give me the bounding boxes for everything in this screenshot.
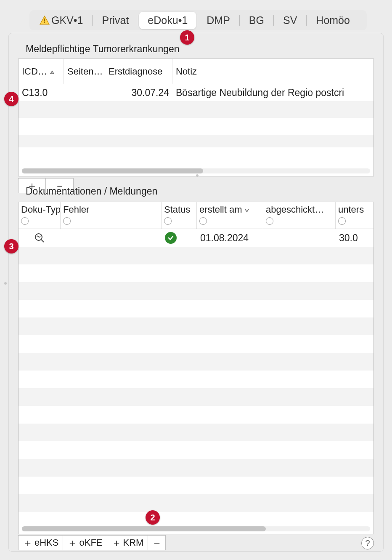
panel: Meldepflichtige Tumorerkrankungen ICD… S… bbox=[8, 33, 384, 552]
table-row[interactable] bbox=[19, 101, 373, 118]
tab-label: BG bbox=[249, 14, 264, 27]
table-row[interactable] bbox=[19, 459, 373, 477]
minus-icon: － bbox=[151, 537, 163, 549]
table-row[interactable] bbox=[19, 371, 373, 388]
help-button[interactable]: ? bbox=[361, 537, 374, 549]
col-fehler[interactable]: Fehler bbox=[61, 202, 162, 229]
col-label: Notiz bbox=[176, 66, 197, 77]
filter-circle-icon[interactable] bbox=[63, 217, 71, 225]
add-ehks-button[interactable]: ＋eHKS bbox=[18, 535, 63, 550]
magnifier-icon bbox=[34, 232, 45, 243]
section-title-tumor: Meldepflichtige Tumorerkrankungen bbox=[26, 43, 180, 55]
status-ok-icon bbox=[165, 232, 177, 244]
horizontal-scrollbar[interactable] bbox=[22, 168, 370, 173]
table-row[interactable] bbox=[19, 118, 373, 135]
col-label: Erstdiagnose bbox=[109, 66, 162, 77]
add-okfe-button[interactable]: ＋oKFE bbox=[63, 535, 107, 550]
tab-homoeo[interactable]: Homöo bbox=[307, 12, 358, 29]
col-seite[interactable]: Seiten… bbox=[64, 59, 105, 84]
tab-bg[interactable]: BG bbox=[241, 12, 273, 29]
table-row[interactable] bbox=[19, 282, 373, 300]
btn-label: KRM bbox=[123, 537, 144, 548]
cell-notiz: Bösartige Neubildung der Regio postcri bbox=[172, 87, 373, 99]
tab-label: eDoku•1 bbox=[148, 14, 188, 27]
tab-dmp[interactable]: DMP bbox=[198, 12, 238, 29]
table-row[interactable] bbox=[19, 335, 373, 353]
btn-label: oKFE bbox=[79, 537, 102, 548]
cell-abgeschickt bbox=[263, 229, 336, 247]
col-label: ICD… bbox=[22, 66, 47, 77]
col-notiz[interactable]: Notiz bbox=[172, 59, 373, 84]
doku-table-header: Doku-Typ Fehler Status erstellt am bbox=[19, 202, 373, 229]
cell-erstdiagnose: 30.07.24 bbox=[105, 87, 172, 99]
table-row[interactable] bbox=[19, 264, 373, 282]
table-row[interactable] bbox=[19, 353, 373, 371]
tab-label: Homöo bbox=[316, 14, 350, 27]
filter-circle-icon[interactable] bbox=[266, 217, 273, 225]
tab-privat[interactable]: Privat bbox=[93, 12, 137, 29]
splitter-handle[interactable] bbox=[196, 174, 199, 177]
table-row[interactable] bbox=[19, 406, 373, 424]
col-label: abgeschickt… bbox=[266, 204, 333, 216]
doku-table: Doku-Typ Fehler Status erstellt am bbox=[18, 202, 374, 534]
tab-separator bbox=[239, 15, 240, 26]
tab-label: GKV•1 bbox=[51, 14, 83, 27]
table-row[interactable] bbox=[19, 424, 373, 441]
cell-fehler bbox=[61, 229, 162, 247]
table-row[interactable] bbox=[19, 477, 373, 494]
tab-separator bbox=[306, 15, 307, 26]
table-row[interactable] bbox=[19, 300, 373, 317]
table-row[interactable] bbox=[19, 317, 373, 335]
tab-label: SV bbox=[283, 14, 297, 27]
table-row[interactable] bbox=[19, 247, 373, 264]
filter-circle-icon[interactable] bbox=[199, 217, 207, 225]
doku-table-body: 01.08.2024 30.0 bbox=[19, 229, 373, 523]
side-handle[interactable] bbox=[4, 282, 7, 285]
remove-doku-button[interactable]: － bbox=[148, 535, 166, 550]
tab-gkv[interactable]: GKV•1 bbox=[31, 12, 91, 29]
cell-dokutyp bbox=[19, 229, 61, 247]
col-status[interactable]: Status bbox=[162, 202, 197, 229]
tumor-table-body: C13.0 30.07.24 Bösartige Neubildung der … bbox=[19, 84, 373, 147]
table-row[interactable]: C13.0 30.07.24 Bösartige Neubildung der … bbox=[19, 84, 373, 101]
add-krm-button[interactable]: ＋KRM bbox=[107, 535, 148, 550]
table-row[interactable] bbox=[19, 135, 373, 147]
tab-label: DMP bbox=[207, 14, 230, 27]
tab-edoku[interactable]: eDoku•1 bbox=[139, 12, 196, 29]
tab-label: Privat bbox=[102, 14, 129, 27]
col-label: Seiten… bbox=[67, 66, 103, 77]
callout-2: 2 bbox=[146, 510, 160, 525]
col-label: Status bbox=[164, 204, 194, 216]
col-label: Fehler bbox=[63, 204, 159, 216]
cell-unters: 30.0 bbox=[336, 229, 367, 247]
scrollbar-thumb[interactable] bbox=[22, 526, 266, 531]
col-erstellt[interactable]: erstellt am bbox=[197, 202, 263, 229]
tab-sv[interactable]: SV bbox=[275, 12, 305, 29]
col-unters[interactable]: unters bbox=[336, 202, 367, 229]
table-row[interactable] bbox=[19, 441, 373, 459]
plus-icon: ＋ bbox=[23, 538, 33, 548]
callout-3: 3 bbox=[4, 239, 19, 253]
filter-circle-icon[interactable] bbox=[21, 217, 29, 225]
svg-rect-1 bbox=[44, 22, 45, 23]
section-title-doku: Dokumentationen / Meldungen bbox=[26, 186, 157, 197]
filter-circle-icon[interactable] bbox=[338, 217, 346, 225]
svg-rect-0 bbox=[44, 19, 45, 21]
question-icon: ? bbox=[365, 539, 370, 548]
cell-erstellt: 01.08.2024 bbox=[197, 229, 263, 247]
scrollbar-thumb[interactable] bbox=[22, 168, 203, 173]
table-row[interactable]: 01.08.2024 30.0 bbox=[19, 229, 373, 247]
col-dokutyp[interactable]: Doku-Typ bbox=[19, 202, 61, 229]
col-erstdiagnose[interactable]: Erstdiagnose bbox=[105, 59, 172, 84]
table-row[interactable] bbox=[19, 494, 373, 512]
horizontal-scrollbar[interactable] bbox=[22, 526, 370, 531]
table-row[interactable] bbox=[19, 388, 373, 406]
col-abgeschickt[interactable]: abgeschickt… bbox=[263, 202, 336, 229]
col-label: unters bbox=[338, 204, 364, 216]
filter-circle-icon[interactable] bbox=[164, 217, 172, 225]
cell-status bbox=[162, 229, 197, 247]
tab-separator bbox=[273, 15, 274, 26]
plus-icon: ＋ bbox=[111, 538, 122, 548]
svg-line-3 bbox=[41, 240, 44, 242]
col-icd[interactable]: ICD… bbox=[19, 59, 64, 84]
